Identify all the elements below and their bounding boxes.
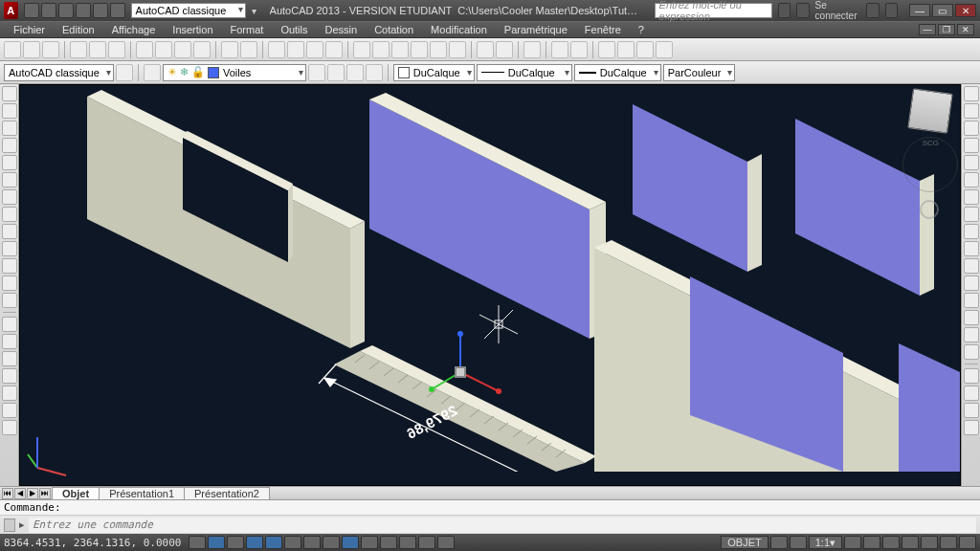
qp-toggle[interactable] [399,536,416,549]
layer-icon[interactable] [617,41,635,58]
qat-save-icon[interactable] [58,3,74,18]
arc-tool-icon[interactable] [2,138,17,153]
linetype-combo[interactable]: DuCalque [477,64,572,81]
sheet-set-icon[interactable] [411,41,428,58]
color-combo[interactable]: DuCalque [393,64,475,81]
tab-model[interactable]: Objet [52,487,100,499]
layer-tool4-icon[interactable] [366,64,383,81]
signin-label[interactable]: Se connecter [815,0,861,21]
qat-dropdown-icon[interactable]: ▾ [252,6,256,16]
circle-tool-icon[interactable] [2,121,17,136]
command-handle-icon[interactable] [4,518,15,532]
maximize-button[interactable]: ▭ [932,4,953,17]
zoom2-tool-icon[interactable] [964,403,979,418]
tab-next-icon[interactable]: ▶ [27,488,38,499]
layer-props-icon[interactable] [144,64,161,81]
osnap-toggle[interactable] [265,536,282,549]
workspace-combo[interactable]: AutoCAD classique [131,3,246,18]
tab-last-icon[interactable]: ⏭ [39,488,51,499]
paste-icon[interactable] [174,41,191,58]
qat-redo-icon[interactable] [93,3,108,18]
tab-first-icon[interactable]: ⏮ [2,488,13,499]
render-icon[interactable] [551,41,568,58]
constraint-icon[interactable] [656,41,673,58]
ellipse-tool-icon[interactable] [2,172,17,187]
text-tool-icon[interactable] [2,276,17,291]
doc-restore-button[interactable]: ❐ [938,24,955,35]
grid-toggle[interactable] [208,536,225,549]
tab-layout1[interactable]: Présentation1 [99,487,185,499]
view-cube[interactable] [907,88,952,133]
drawing-viewport[interactable]: [-][Isométrique orientée N-O][Conceptuel… [19,84,961,486]
markup-icon[interactable] [430,41,447,58]
block-icon[interactable] [496,41,513,58]
otrack-toggle[interactable] [303,536,321,549]
command-input[interactable] [29,518,976,533]
isolate-icon[interactable] [940,536,957,549]
save-icon[interactable] [42,41,59,58]
preview-icon[interactable] [89,41,106,58]
qat-print-icon[interactable] [110,3,125,18]
match-icon[interactable] [193,41,211,58]
lwt-toggle[interactable] [361,536,378,549]
menu-dessin[interactable]: Dessin [318,24,366,35]
qat-new-icon[interactable] [24,3,39,18]
line-icon[interactable] [477,41,494,58]
fillet-tool-icon[interactable] [964,327,979,342]
toolbar-lock-icon[interactable] [902,536,919,549]
join-tool-icon[interactable] [964,293,979,308]
layer-tool1-icon[interactable] [308,64,325,81]
dim-linear-tool-icon[interactable] [2,317,17,332]
clean-screen-icon[interactable] [959,536,976,549]
help-search-input[interactable]: Entrez mot-clé ou expression [655,3,772,18]
zoom-previous-icon[interactable] [325,41,343,58]
dim-aligned-tool-icon[interactable] [2,334,17,349]
exchange-icon[interactable] [866,3,879,18]
pan-tool-icon[interactable] [964,386,979,401]
doc-minimize-button[interactable]: — [919,24,936,35]
zoom-icon[interactable] [287,41,304,58]
menu-modification[interactable]: Modification [423,24,495,35]
tpy-toggle[interactable] [380,536,397,549]
offset-tool-icon[interactable] [964,138,979,153]
stretch-tool-icon[interactable] [964,224,979,239]
search-icon[interactable] [778,3,791,18]
ws-switch-icon[interactable] [882,536,900,549]
3dosnap-toggle[interactable] [284,536,301,549]
menu-cotation[interactable]: Cotation [367,24,421,35]
menu-affichage[interactable]: Affichage [104,24,164,35]
polar-toggle[interactable] [246,536,263,549]
qat-undo-icon[interactable] [76,3,91,18]
polyline-tool-icon[interactable] [2,103,17,119]
chamfer-tool-icon[interactable] [964,310,979,325]
snap-toggle[interactable] [189,536,206,549]
menu-format[interactable]: Format [223,24,272,35]
spline-tool-icon[interactable] [2,207,17,222]
ducs-toggle[interactable] [323,536,340,549]
plot-icon[interactable] [70,41,87,58]
rotate-tool-icon[interactable] [964,189,979,205]
break-tool-icon[interactable] [964,276,979,291]
properties-icon[interactable] [353,41,370,58]
scale-tool-icon[interactable] [964,207,979,222]
line-tool-icon[interactable] [2,86,17,101]
lineweight-combo[interactable]: DuCalque [574,64,661,81]
redo-icon[interactable] [240,41,257,58]
design-center-icon[interactable] [372,41,390,58]
menu-fenetre[interactable]: Fenêtre [577,24,629,35]
tab-layout2[interactable]: Présentation2 [184,487,270,499]
close-button[interactable]: ✕ [955,4,976,17]
trim-tool-icon[interactable] [964,241,979,256]
copy-icon[interactable] [155,41,172,58]
ws-settings-icon[interactable] [116,64,133,81]
layer-tool3-icon[interactable] [346,64,364,81]
table-tool-icon[interactable] [2,258,17,274]
menu-help[interactable]: ? [631,24,652,35]
sc-toggle[interactable] [418,536,435,549]
calc-icon[interactable] [449,41,466,58]
layer-state-icon[interactable] [636,41,654,58]
tab-prev-icon[interactable]: ◀ [14,488,26,499]
doc-close-button[interactable]: ✕ [957,24,974,35]
point-tool-icon[interactable] [2,224,17,239]
measure-icon[interactable] [523,41,541,58]
